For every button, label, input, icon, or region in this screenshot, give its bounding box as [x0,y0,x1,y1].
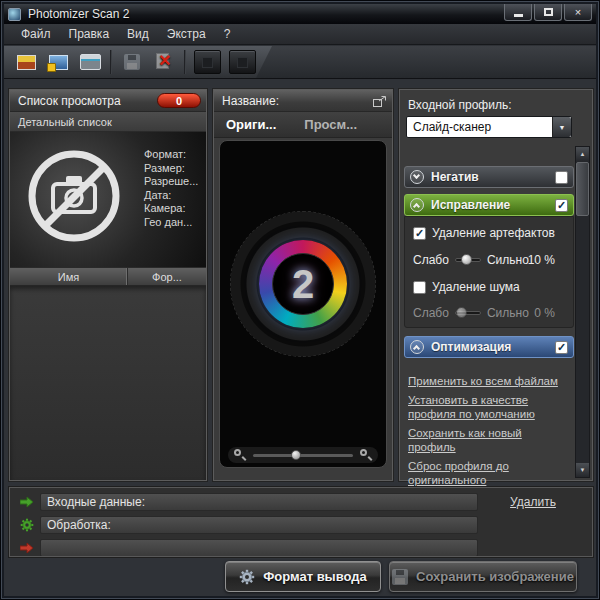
preview-title-label: Название: [222,94,279,108]
zoom-bar [228,447,378,463]
window-controls: × [504,4,592,21]
tab-original[interactable]: Ориги... [226,117,276,132]
lens-graphic: 2 [228,209,378,359]
pause-button[interactable] [229,50,256,74]
open-image-button[interactable] [14,50,38,74]
lens-center: 2 [272,253,334,315]
artifact-removal-checkbox[interactable]: ✓ [413,227,426,240]
delete-button-toolbar[interactable]: × [152,50,176,74]
floppy-icon [124,54,140,70]
weak-label: Слабо [413,306,449,320]
zoom-out-icon[interactable] [234,449,246,461]
file-list-body[interactable] [10,286,206,480]
meta-camera-label: Камера: [144,202,198,216]
collapse-icon[interactable] [410,340,424,354]
menu-help[interactable]: ? [215,25,240,43]
scroll-down-button[interactable]: ▼ [576,463,589,477]
slider-thumb[interactable] [456,307,467,318]
column-format[interactable]: Фор... [128,268,206,285]
strong-label: Сильно [487,306,529,320]
maximize-button[interactable] [534,4,562,21]
scrollbar-thumb[interactable] [576,162,589,216]
noise-removal-checkbox[interactable] [413,281,426,294]
zoom-in-icon[interactable] [360,449,372,461]
input-data-icon [14,495,40,509]
set-default-profile-link[interactable]: Установить в качестве профиля по умолчан… [408,393,566,421]
scroll-up-button[interactable]: ▲ [576,147,589,161]
optimization-checkbox[interactable]: ✓ [555,341,568,354]
section-negative-label: Негатив [431,170,555,184]
toolbar-separator [184,50,186,74]
zoom-slider[interactable] [253,454,353,457]
dropdown-arrow-button[interactable]: ▼ [552,117,571,137]
artifact-strength-row: Слабо Сильно 10 % [413,253,565,267]
view-mode-selector[interactable]: Детальный список [10,112,206,132]
delete-link[interactable]: Удалить [510,495,556,509]
correction-checkbox[interactable]: ✓ [555,199,568,212]
menu-view[interactable]: Вид [118,25,158,43]
processing-icon [14,518,40,532]
scan-button[interactable] [78,50,102,74]
magnifier-handle [242,456,247,461]
preview-tabs: Ориги... Просм... [214,112,392,138]
file-list-column-headers: Имя Фор... [10,268,206,286]
slider-thumb[interactable] [461,254,472,265]
meta-geo-label: Гео дан... [144,216,198,230]
zoom-slider-thumb[interactable] [291,450,301,460]
toolbar-separator [110,50,112,74]
maximize-icon [544,8,553,16]
magnifier-lens [234,449,241,456]
processing-bar: Обработка: [40,516,478,534]
settings-scrollbar[interactable]: ▲ ▼ [575,146,590,478]
title-bar[interactable]: Photomizer Scan 2 × [4,4,596,24]
save-button-toolbar[interactable] [120,50,144,74]
minimize-button[interactable] [504,4,532,21]
input-data-bar: Входные данные: [40,493,478,511]
app-icon [8,8,21,21]
close-button[interactable]: × [564,4,592,21]
toolbar: × [4,46,596,79]
section-optimization[interactable]: Оптимизация ✓ [404,336,574,358]
metadata-labels: Формат: Размер: Разреше... Дата: Камера:… [144,148,198,229]
input-profile-dropdown[interactable]: Слайд-сканер ▼ [406,116,572,138]
magnifier-handle [368,456,373,461]
artifact-removal-row: ✓ Удаление артефактов [413,226,565,240]
artifact-strength-value: 10 % [528,253,555,267]
pipeline-status-panel: Входные данные: Удалить Обработка: [9,487,593,557]
input-data-actions: Удалить [478,495,588,509]
section-negative[interactable]: Негатив [404,166,574,188]
save-new-profile-link[interactable]: Сохранить как новый профиль [408,426,566,454]
scroll-up-icon: ▲ [580,151,586,157]
artifact-removal-label: Удаление артефактов [432,226,555,240]
noise-removal-row: Удаление шума [413,280,565,294]
add-images-button[interactable] [46,50,70,74]
profile-selected-value: Слайд-сканер [407,117,552,137]
no-photo-icon [22,144,126,248]
view-mode-label: Детальный список [18,116,112,128]
window-title: Photomizer Scan 2 [28,7,129,21]
menu-file[interactable]: Файл [12,25,60,43]
meta-size-label: Размер: [144,162,198,176]
output-format-label: Формат вывода [263,569,367,584]
apply-to-all-link[interactable]: Применить ко всем файлам [408,374,566,388]
artifact-strength-slider[interactable] [455,254,481,266]
collapse-icon[interactable] [410,198,424,212]
negative-checkbox[interactable] [555,171,568,184]
expand-icon[interactable] [410,170,424,184]
save-image-label: Сохранить изображение [416,569,574,584]
reset-profile-link[interactable]: Сброс профиля до оригинального [408,459,566,487]
save-image-button[interactable]: Сохранить изображение [389,561,577,592]
menu-bar: Файл Правка Вид Экстра ? [4,24,596,45]
correction-settings: ✓ Удаление артефактов Слабо Сильно 10 % … [404,216,574,328]
menu-extra[interactable]: Экстра [158,25,215,43]
column-name[interactable]: Имя [10,268,128,285]
browse-list-header[interactable]: Список просмотра 0 [10,90,206,112]
section-correction[interactable]: Исправление ✓ [404,194,574,216]
detach-window-icon[interactable] [373,96,386,107]
menu-edit[interactable]: Правка [60,25,119,43]
noise-strength-slider[interactable] [455,307,481,319]
stop-button[interactable] [194,50,221,74]
input-data-row: Входные данные: Удалить [14,492,588,512]
tab-preview[interactable]: Просм... [304,117,357,132]
output-format-button[interactable]: Формат вывода [225,561,381,592]
